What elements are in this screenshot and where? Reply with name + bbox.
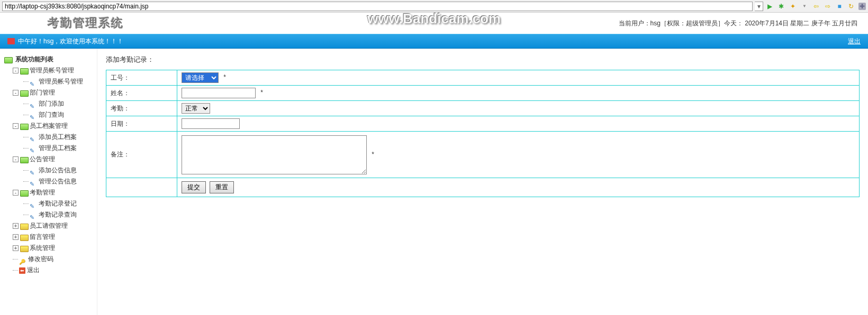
back-icon[interactable]: ⇦ <box>812 2 820 11</box>
sidebar-group-0[interactable]: 管理员帐号管理 <box>30 67 74 74</box>
required-marker: * <box>260 89 263 96</box>
wand-icon[interactable]: ✦ <box>789 2 797 11</box>
go-icon[interactable]: ▶ <box>765 2 774 11</box>
sidebar-item-exit[interactable]: 退出 <box>27 266 40 274</box>
sidebar: 系统功能列表 -管理员帐号管理管理员帐号管理-部门管理部门添加部门查询-员工档案… <box>0 49 97 315</box>
collapse-icon[interactable]: - <box>13 90 19 96</box>
riqi-input[interactable] <box>182 118 240 129</box>
edit-icon <box>30 212 37 218</box>
expand-icon[interactable]: + <box>13 245 19 251</box>
xingming-input[interactable] <box>182 88 256 98</box>
sidebar-item-2-1[interactable]: 管理员工档案 <box>39 144 77 152</box>
exit-icon <box>19 267 25 274</box>
app-header: 考勤管理系统 www.Bandicam.com 当前用户：hsg［权限：超级管理… <box>0 13 868 34</box>
gonghao-select[interactable]: 请选择 <box>182 72 219 83</box>
url-dropdown-icon[interactable]: ▾ <box>755 2 763 11</box>
folder-icon <box>20 123 28 129</box>
sidebar-item-1-1[interactable]: 部门查询 <box>39 111 64 118</box>
collapse-icon[interactable]: - <box>13 123 19 129</box>
label-kaoqin: 考勤： <box>106 101 177 116</box>
sidebar-group-1[interactable]: 部门管理 <box>30 89 55 96</box>
folder-icon <box>20 190 28 196</box>
edit-icon <box>30 145 37 152</box>
debug-icon[interactable]: ✱ <box>777 2 785 11</box>
label-xingming: 姓名： <box>106 86 177 101</box>
expand-icon[interactable]: + <box>13 223 19 229</box>
edit-icon <box>30 168 37 174</box>
edit-icon <box>30 101 37 107</box>
sidebar-item-0-0[interactable]: 管理员帐号管理 <box>39 78 83 85</box>
wand-dropdown-icon[interactable]: ▼ <box>800 2 809 11</box>
folder-icon <box>20 223 28 229</box>
required-marker: * <box>372 151 374 158</box>
url-input[interactable] <box>2 2 753 11</box>
sidebar-group-6[interactable]: 留言管理 <box>30 233 55 240</box>
folder-icon <box>20 68 28 74</box>
reset-button[interactable]: 重置 <box>210 181 234 193</box>
required-marker: * <box>223 73 226 81</box>
sidebar-group-3[interactable]: 公告管理 <box>30 155 55 163</box>
watermark-text: www.Bandicam.com <box>367 11 501 27</box>
browser-toolbar-icons: ▶ ✱ ✦ ▼ ⇦ ⇨ ■ ↻ ✚ <box>765 2 866 11</box>
label-gonghao: 工号： <box>106 70 177 86</box>
sidebar-group-4[interactable]: 考勤管理 <box>30 189 55 196</box>
kaoqin-select[interactable]: 正常 <box>182 103 210 114</box>
attendance-form: 工号： 请选择 * 姓名： * 考勤： 正常 <box>106 70 860 197</box>
logout-link[interactable]: 退出 <box>848 37 861 46</box>
sidebar-item-changepwd[interactable]: 修改密码 <box>28 255 53 263</box>
label-beizhu: 备注： <box>106 132 177 178</box>
folder-icon <box>20 234 28 240</box>
nav-tree: 系统功能列表 -管理员帐号管理管理员帐号管理-部门管理部门添加部门查询-员工档案… <box>4 54 95 276</box>
greeting-text: 中午好！hsg，欢迎使用本系统！！！ <box>18 37 123 46</box>
sidebar-group-5[interactable]: 员工请假管理 <box>30 222 68 229</box>
collapse-icon[interactable]: - <box>13 190 19 196</box>
edit-icon <box>30 134 37 141</box>
sidebar-group-7[interactable]: 系统管理 <box>30 244 55 252</box>
empty-cell <box>106 178 177 197</box>
user-info-text: 当前用户：hsg［权限：超级管理员］今天： 2020年7月14日 星期二 庚子年… <box>619 19 857 28</box>
collapse-icon[interactable]: - <box>13 68 19 73</box>
sidebar-item-4-0[interactable]: 考勤记录登记 <box>39 200 77 207</box>
sidebar-item-2-0[interactable]: 添加员工档案 <box>39 133 77 141</box>
beizhu-textarea[interactable] <box>182 135 367 174</box>
tool-icon[interactable]: ✚ <box>858 3 866 10</box>
edit-icon <box>30 201 37 207</box>
label-riqi: 日期： <box>106 116 177 132</box>
folder-icon <box>4 57 12 63</box>
folder-icon <box>20 156 28 163</box>
sidebar-item-3-0[interactable]: 添加公告信息 <box>39 166 77 174</box>
greeting-icon <box>7 38 15 44</box>
browser-address-bar: ▾ ▶ ✱ ✦ ▼ ⇦ ⇨ ■ ↻ ✚ <box>0 0 868 13</box>
sidebar-item-4-1[interactable]: 考勤记录查询 <box>39 211 77 218</box>
key-icon <box>19 256 26 263</box>
refresh-icon[interactable]: ↻ <box>847 2 855 11</box>
folder-icon <box>20 90 28 96</box>
content-area: 添加考勤记录： 工号： 请选择 * 姓名： * 考勤： <box>97 49 868 315</box>
folder-icon <box>20 245 28 252</box>
collapse-icon[interactable]: - <box>13 156 19 162</box>
stop-icon[interactable]: ■ <box>835 2 844 11</box>
greeting-bar: 中午好！hsg，欢迎使用本系统！！！ 退出 <box>0 34 868 49</box>
tree-root-label[interactable]: 系统功能列表 <box>15 55 53 63</box>
edit-icon <box>30 79 37 85</box>
sidebar-group-2[interactable]: 员工档案管理 <box>30 122 68 129</box>
sidebar-item-1-0[interactable]: 部门添加 <box>39 100 64 107</box>
form-title: 添加考勤记录： <box>106 55 860 64</box>
submit-button[interactable]: 提交 <box>182 181 206 193</box>
app-title: 考勤管理系统 <box>48 15 124 31</box>
forward-icon[interactable]: ⇨ <box>824 2 832 11</box>
edit-icon <box>30 112 37 118</box>
edit-icon <box>30 179 37 185</box>
expand-icon[interactable]: + <box>13 234 19 240</box>
sidebar-item-3-1[interactable]: 管理公告信息 <box>39 178 77 185</box>
